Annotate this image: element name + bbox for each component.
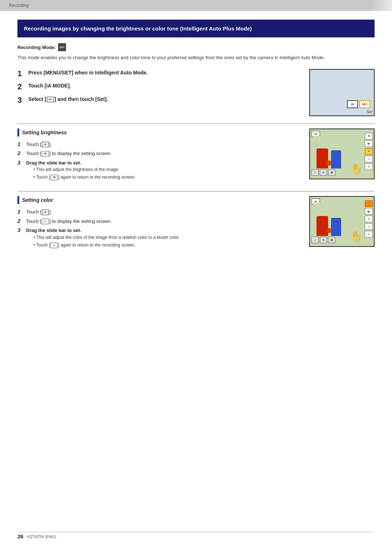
color-bottom-2: ⊕ — [320, 237, 327, 243]
main-steps-image: iA iA+ Set — [309, 69, 375, 116]
side-icon-2: ▶ — [365, 140, 373, 147]
footer-line — [17, 532, 375, 532]
color-person-red — [317, 216, 328, 236]
color-side-icons: ▪ ▶ ☀ ◁ Z — [365, 200, 373, 237]
color-section: Setting color 1 Touch [iA]. 2 Touch [▪] … — [17, 196, 375, 252]
color-steps: Setting color 1 Touch [iA]. 2 Touch [▪] … — [17, 196, 302, 252]
top-bar: Recording — [0, 0, 392, 11]
ball — [327, 160, 332, 166]
color-bottom-3: ▣ — [328, 237, 335, 243]
brightness-header: Setting brightness — [17, 129, 302, 137]
brightness-step-3: 3 Drag the slide bar to set. This will a… — [17, 159, 302, 182]
color-step-3: 3 Drag the slide bar to set. This will a… — [17, 227, 302, 249]
recording-mode-icon: iA+ — [58, 43, 66, 51]
step-1-text: Press [MENU/SET] when in Intelligent Aut… — [28, 69, 148, 77]
recording-mode-label: Recording Mode: — [17, 45, 56, 50]
top-bar-label: Recording — [9, 3, 29, 8]
color-step-3-num: 3 — [17, 227, 23, 233]
brightness-title: Setting brightness — [22, 130, 67, 135]
color-person-blue — [331, 218, 341, 236]
main-steps-list: 1 Press [MENU/SET] when in Intelligent A… — [17, 69, 302, 116]
step-2: 2 Touch [iA MODE]. — [17, 82, 302, 91]
brightness-image-area: iA ⊞ ▶ ☀ ◁ — [309, 129, 375, 184]
color-side-icon-5: Z — [365, 231, 373, 237]
color-step-1-num: 1 — [17, 208, 23, 215]
color-step-1-text: Touch [iA]. — [26, 208, 52, 216]
ia-plus-button: iA+ — [359, 100, 370, 108]
brightness-bottom-icons: □ ⊕ ▣ — [311, 169, 335, 176]
brightness-side-icons: ⊞ ▶ ☀ ◁ Z — [365, 133, 373, 170]
brightness-step-1-text: Touch [iA]. — [26, 141, 52, 148]
color-section-bar — [17, 196, 19, 204]
step-3: 3 Select [iA+] and then touch [Set]. — [17, 95, 302, 105]
bottom-icon-1: □ — [311, 169, 319, 176]
recording-mode-line: Recording Mode: iA+ — [17, 43, 375, 51]
page-title: Recording images by changing the brightn… — [24, 25, 252, 32]
step-2-text: Touch [iA MODE]. — [28, 82, 71, 90]
brightness-return-icon: ☀ — [50, 175, 58, 180]
side-icon-brightness: ☀ — [365, 148, 373, 155]
page-number: 26 — [17, 533, 24, 539]
page-ref: VQT4Z59 (ENG) — [26, 534, 56, 539]
color-image-area: iA ▪ ▶ ☀ ◁ Z — [309, 196, 375, 252]
color-side-icon-4: ◁ — [365, 223, 373, 230]
set-label: Set — [366, 110, 372, 114]
camera-preview-box: iA iA+ Set — [309, 69, 375, 116]
ia-buttons-row: iA iA+ — [347, 100, 370, 108]
intro-text: This mode enables you to change the brig… — [17, 54, 375, 62]
brightness-step-1: 1 Touch [iA]. — [17, 141, 302, 148]
brightness-step-2: 2 Touch [☀] to display the setting scree… — [17, 150, 302, 157]
person-blue — [331, 150, 341, 168]
ia-button: iA — [347, 100, 358, 108]
page-container: Recording Recording images by changing t… — [0, 0, 392, 554]
color-adjust-icon: ▪ — [42, 219, 49, 224]
color-step-2: 2 Touch [▪] to display the setting scree… — [17, 218, 302, 225]
brightness-step-3-text: Drag the slide bar to set. — [26, 160, 81, 166]
color-bullet-2: Touch [▪] again to return to the recordi… — [33, 242, 180, 248]
color-divider — [17, 191, 375, 192]
color-ia-icon-1: iA — [42, 209, 49, 215]
step-1: 1 Press [MENU/SET] when in Intelligent A… — [17, 69, 302, 78]
side-icon-4: Z — [365, 163, 373, 170]
color-bullet-1: This will adjust the color of the image … — [33, 234, 180, 241]
color-step-2-text: Touch [▪] to display the setting screen. — [26, 218, 112, 225]
main-content: Recording images by changing the brightn… — [0, 11, 392, 275]
brightness-ia-icon-1: iA — [42, 142, 49, 147]
ia-plus-icon: iA+ — [47, 97, 54, 102]
bottom-icon-3: ▣ — [328, 169, 335, 176]
brightness-step-2-text: Touch [☀] to display the setting screen. — [26, 150, 112, 157]
color-step-1: 1 Touch [iA]. — [17, 208, 302, 216]
color-side-icon-2: ▶ — [365, 208, 373, 215]
brightness-step-2-num: 2 — [17, 150, 23, 156]
brightness-divider — [17, 123, 375, 124]
step-2-number: 2 — [17, 82, 25, 91]
color-header: Setting color — [17, 196, 302, 204]
brightness-section: Setting brightness 1 Touch [iA]. 2 Touch… — [17, 129, 375, 184]
color-title: Setting color — [22, 197, 53, 203]
color-side-icon-3: ☀ — [365, 216, 373, 222]
color-side-icon-orange: ▪ — [365, 200, 373, 207]
brightness-bullet-1: This will adjust the brightness of the i… — [33, 166, 136, 173]
brightness-bullet-2: Touch [☀] again to return to the recordi… — [33, 174, 136, 180]
brightness-section-bar — [17, 129, 19, 137]
color-camera-ui: iA ▪ ▶ ☀ ◁ Z — [309, 196, 375, 247]
side-icon-1: ⊞ — [365, 133, 373, 139]
color-step-2-num: 2 — [17, 218, 23, 224]
brightness-step-3-num: 3 — [17, 159, 23, 166]
page-footer: 26 VQT4Z59 (ENG) — [17, 533, 56, 539]
person-red — [317, 148, 328, 168]
color-bottom-icons: □ ⊕ ▣ — [311, 237, 335, 243]
color-return-icon: ▪ — [50, 243, 58, 248]
step-3-number: 3 — [17, 95, 25, 105]
color-step-3-text: Drag the slide bar to set. — [26, 228, 81, 233]
brightness-camera-ui: iA ⊞ ▶ ☀ ◁ — [309, 129, 375, 179]
step-3-text: Select [iA+] and then touch [Set]. — [28, 95, 108, 103]
step-1-number: 1 — [17, 69, 25, 78]
brightness-adjust-icon: ☀ — [42, 151, 49, 157]
brightness-step-1-num: 1 — [17, 141, 23, 147]
color-bottom-1: □ — [311, 237, 319, 243]
side-icon-3: ◁ — [365, 156, 373, 162]
bottom-icon-2: ⊕ — [320, 169, 327, 176]
title-box: Recording images by changing the brightn… — [17, 20, 375, 37]
main-steps-section: 1 Press [MENU/SET] when in Intelligent A… — [17, 69, 375, 116]
